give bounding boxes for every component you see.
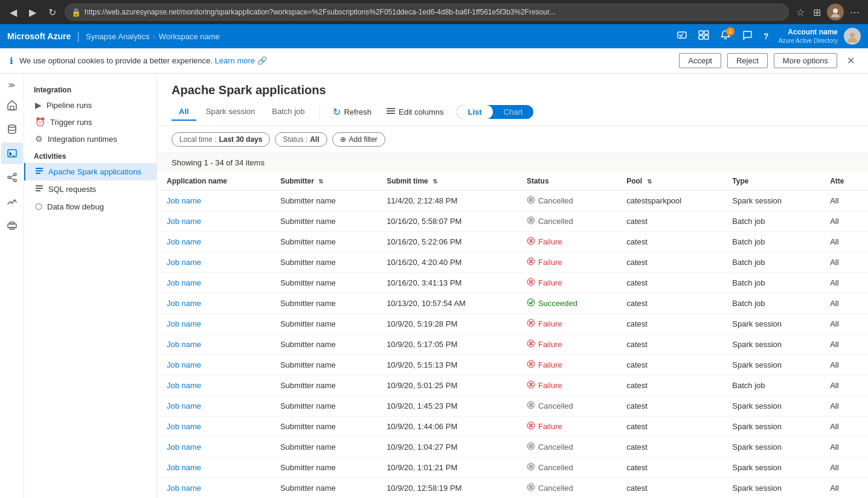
sidebar-item-trigger-runs[interactable]: ⏰ Trigger runs (24, 113, 156, 130)
data-icon-button[interactable] (1, 118, 23, 140)
breadcrumb-service[interactable]: Synapse Analytics (86, 32, 150, 41)
address-bar[interactable]: 🔒 https://web.azuresynapse.net/monitorin… (65, 4, 789, 21)
job-link[interactable]: Job name (167, 340, 201, 349)
tab-spark-session[interactable]: Spark session (199, 103, 263, 121)
breadcrumb-workspace[interactable]: Workspace name (159, 32, 220, 41)
main-layout: ≫ Integration ▶ Pipeline runs ⏰ Trigger … (0, 74, 868, 498)
job-link[interactable]: Job name (167, 258, 201, 267)
status-icon (527, 462, 535, 473)
job-link[interactable]: Job name (167, 319, 201, 328)
cell-submit-time: 10/9/20, 5:19:28 PM (377, 314, 517, 334)
job-link[interactable]: Job name (167, 442, 201, 452)
job-link[interactable]: Job name (167, 484, 201, 493)
integrate-icon-button[interactable] (1, 167, 23, 188)
results-info: Showing 1 - 34 of 34 items (157, 153, 868, 172)
status-icon (527, 237, 535, 247)
refresh-button[interactable]: ↻ Refresh (327, 103, 378, 121)
status-icon (527, 298, 535, 308)
close-banner-button[interactable]: ✕ (843, 54, 858, 68)
status-text: Failure (538, 422, 562, 431)
cell-submitter: Submitter name (271, 314, 377, 334)
sidebar-item-pipeline-runs[interactable]: ▶ Pipeline runs (24, 97, 156, 113)
develop-icon-button[interactable] (1, 142, 23, 164)
tab-grid-button[interactable]: ⊞ (811, 4, 823, 21)
edit-columns-button[interactable]: Edit columns (380, 103, 449, 121)
accept-button[interactable]: Accept (679, 53, 721, 68)
col-submitter[interactable]: Submitter ⇅ (271, 172, 377, 191)
col-submit-time[interactable]: Submit time ⇅ (377, 172, 517, 191)
user-avatar[interactable] (844, 28, 861, 45)
manage-icon-button[interactable] (1, 215, 23, 237)
sidebar-item-data-flow-debug[interactable]: ⬡ Data flow debug (24, 198, 156, 215)
integration-section-title: Integration (24, 81, 156, 97)
refresh-button[interactable]: ↻ (45, 4, 60, 21)
sidebar-item-sql-requests[interactable]: SQL requests (24, 180, 156, 198)
submitter-sort-icon: ⇅ (318, 178, 323, 185)
job-link[interactable]: Job name (167, 196, 201, 205)
more-options-button[interactable]: More options (774, 53, 837, 68)
expand-sidebar-button[interactable]: ≫ (5, 78, 18, 92)
avatar[interactable] (827, 4, 844, 21)
job-link[interactable]: Job name (167, 422, 201, 431)
status-text: Cancelled (538, 484, 573, 493)
cell-pool: catest (617, 417, 722, 437)
job-link[interactable]: Job name (167, 278, 201, 287)
col-pool[interactable]: Pool ⇅ (617, 172, 722, 191)
toolbar-divider-1 (319, 105, 320, 120)
col-status: Status (517, 172, 617, 191)
time-filter-pill[interactable]: Local time : Last 30 days (172, 132, 270, 147)
list-view-button[interactable]: List (457, 105, 492, 119)
status-icon (527, 401, 535, 411)
toolbar: All Spark session Batch job ↻ Refresh Ed… (172, 103, 854, 121)
cell-submitter: Submitter name (271, 396, 377, 417)
table-row: Job name Submitter name 10/9/20, 1:01:21… (157, 458, 868, 478)
job-link[interactable]: Job name (167, 299, 201, 308)
chart-view-button[interactable]: Chart (493, 105, 534, 119)
portal-settings-button[interactable] (695, 27, 713, 45)
tab-all[interactable]: All (172, 103, 196, 121)
add-filter-button[interactable]: ⊕ Add filter (332, 132, 385, 147)
notifications-button[interactable]: 1 (716, 27, 735, 45)
forward-button[interactable]: ▶ (25, 4, 40, 21)
svg-point-8 (847, 38, 857, 42)
back-button[interactable]: ◀ (6, 4, 21, 21)
tab-batch-job[interactable]: Batch job (265, 103, 312, 121)
menu-button[interactable]: ⋯ (847, 4, 862, 21)
bookmark-button[interactable]: ☆ (794, 4, 807, 21)
svg-point-10 (8, 125, 16, 127)
cell-type: Batch job (722, 232, 820, 252)
cloud-shell-button[interactable] (673, 27, 691, 45)
table-row: Job name Submitter name 10/16/20, 5:22:0… (157, 232, 868, 252)
cell-attempts: All (820, 417, 868, 437)
home-icon-button[interactable] (1, 94, 23, 116)
cell-submitter: Submitter name (271, 458, 377, 478)
cell-submitter: Submitter name (271, 252, 377, 273)
help-button[interactable]: ? (760, 29, 773, 43)
learn-more-link[interactable]: Learn more (215, 56, 255, 65)
job-link[interactable]: Job name (167, 401, 201, 410)
monitor-icon-button[interactable] (1, 191, 23, 212)
feedback-button[interactable] (738, 27, 756, 45)
svg-rect-4 (704, 31, 709, 34)
job-link[interactable]: Job name (167, 217, 201, 226)
sidebar-item-apache-spark[interactable]: Apache Spark applications (24, 163, 156, 180)
job-link[interactable]: Job name (167, 463, 201, 472)
job-link[interactable]: Job name (167, 237, 201, 246)
svg-rect-9 (10, 106, 14, 110)
table-container[interactable]: Application name Submitter ⇅ Submit time… (157, 172, 868, 498)
svg-point-34 (527, 299, 535, 306)
cell-status: Failure (517, 273, 617, 293)
edit-columns-label: Edit columns (399, 107, 443, 117)
cell-submitter: Submitter name (271, 273, 377, 293)
status-text: Cancelled (538, 217, 573, 226)
sidebar-item-integration-runtimes[interactable]: ⚙ Integration runtimes (24, 130, 156, 147)
status-text: Failure (538, 278, 562, 287)
reject-button[interactable]: Reject (727, 53, 768, 68)
cell-app-name: Job name (157, 478, 271, 499)
job-link[interactable]: Job name (167, 360, 201, 369)
account-info: Account name Azure Active Directory (779, 28, 838, 45)
status-icon (527, 196, 535, 206)
status-filter-pill[interactable]: Status : All (275, 132, 327, 147)
sql-icon (35, 184, 43, 194)
job-link[interactable]: Job name (167, 381, 201, 390)
